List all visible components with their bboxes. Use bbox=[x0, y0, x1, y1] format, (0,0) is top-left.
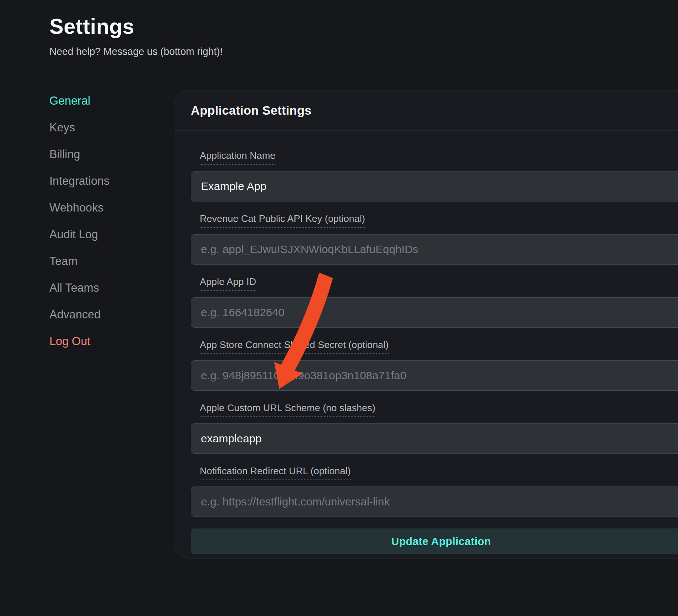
revenuecat-api-key-label: Revenue Cat Public API Key (optional) bbox=[200, 213, 365, 228]
application-name-label: Application Name bbox=[200, 150, 276, 165]
sidebar-item-log-out[interactable]: Log Out bbox=[49, 328, 161, 355]
update-application-button[interactable]: Update Application bbox=[191, 528, 678, 554]
shared-secret-label: App Store Connect Shared Secret (optiona… bbox=[200, 339, 389, 354]
apple-app-id-label: Apple App ID bbox=[200, 276, 256, 291]
card-body: Application Name Revenue Cat Public API … bbox=[174, 131, 678, 554]
sidebar-item-webhooks[interactable]: Webhooks bbox=[49, 194, 161, 221]
field-group-revenuecat-api-key: Revenue Cat Public API Key (optional) bbox=[191, 213, 678, 265]
custom-url-scheme-label: Apple Custom URL Scheme (no slashes) bbox=[200, 402, 375, 417]
sidebar-item-integrations[interactable]: Integrations bbox=[49, 168, 161, 194]
application-name-input[interactable] bbox=[191, 171, 678, 201]
card-header: Application Settings bbox=[174, 91, 678, 131]
sidebar-item-general[interactable]: General bbox=[49, 88, 161, 114]
custom-url-scheme-input[interactable] bbox=[191, 423, 678, 454]
sidebar-item-all-teams[interactable]: All Teams bbox=[49, 275, 161, 301]
shared-secret-input[interactable] bbox=[191, 360, 678, 391]
revenuecat-api-key-input[interactable] bbox=[191, 234, 678, 265]
sidebar-item-advanced[interactable]: Advanced bbox=[49, 301, 161, 328]
application-settings-card: Application Settings Application Name Re… bbox=[174, 91, 678, 558]
sidebar-item-team[interactable]: Team bbox=[49, 248, 161, 275]
settings-sidebar: General Keys Billing Integrations Webhoo… bbox=[49, 88, 161, 355]
sidebar-item-billing[interactable]: Billing bbox=[49, 141, 161, 168]
sidebar-item-keys[interactable]: Keys bbox=[49, 114, 161, 141]
field-group-apple-app-id: Apple App ID bbox=[191, 276, 678, 328]
card-title: Application Settings bbox=[191, 104, 312, 118]
field-group-application-name: Application Name bbox=[191, 150, 678, 201]
field-group-notification-redirect-url: Notification Redirect URL (optional) bbox=[191, 465, 678, 517]
field-group-shared-secret: App Store Connect Shared Secret (optiona… bbox=[191, 339, 678, 391]
notification-redirect-url-label: Notification Redirect URL (optional) bbox=[200, 465, 351, 480]
notification-redirect-url-input[interactable] bbox=[191, 486, 678, 517]
field-group-custom-url-scheme: Apple Custom URL Scheme (no slashes) bbox=[191, 402, 678, 454]
apple-app-id-input[interactable] bbox=[191, 297, 678, 328]
page-title: Settings bbox=[49, 14, 134, 39]
page-subtitle: Need help? Message us (bottom right)! bbox=[49, 46, 223, 58]
sidebar-item-audit-log[interactable]: Audit Log bbox=[49, 221, 161, 248]
